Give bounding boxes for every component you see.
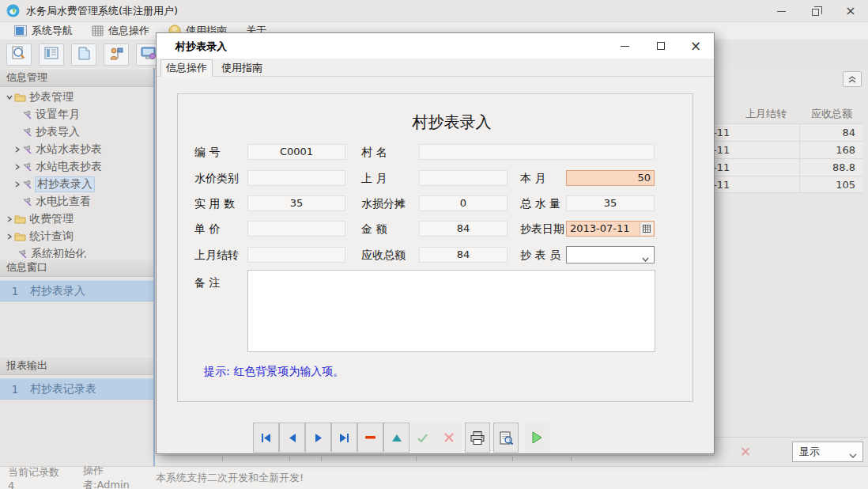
chevron-down-icon[interactable] <box>5 95 14 100</box>
grid-cell-carryover <box>732 176 800 192</box>
sidebar-header-report-output: 报表输出 <box>0 356 153 375</box>
tab-info-operation[interactable]: 信息操作 <box>160 59 213 77</box>
chevron-right-icon[interactable] <box>5 233 14 240</box>
last-month-label: 上 月 <box>361 170 387 186</box>
dialog-titlebar[interactable]: 村抄表录入 × <box>157 33 714 59</box>
item-label: 村抄表录入 <box>30 284 85 298</box>
tree-item-village-meter-entry[interactable]: 村抄表录入 <box>0 176 153 193</box>
grid-cell-total: 84 <box>800 127 862 138</box>
last-month-field[interactable] <box>419 170 508 186</box>
tree-label: 水站电表抄表 <box>36 160 102 174</box>
unit-price-field[interactable] <box>247 221 345 237</box>
panel-icon <box>14 25 27 36</box>
print-preview-button[interactable] <box>493 423 519 453</box>
cancel-x-icon[interactable]: ✕ <box>740 444 751 460</box>
chevron-right-icon[interactable] <box>13 181 22 188</box>
amount-field[interactable]: 84 <box>419 221 508 237</box>
dialog-close-button[interactable]: × <box>681 33 710 59</box>
info-window-item[interactable]: 1 村抄表录入 <box>0 280 153 301</box>
chevron-right-icon[interactable] <box>13 164 22 170</box>
water-loss-field[interactable]: 0 <box>419 195 508 211</box>
cancel-record-button[interactable] <box>436 423 462 453</box>
grid-header-carryover: 上月结转 <box>713 107 800 121</box>
prior-record-button[interactable] <box>279 423 305 453</box>
delete-record-button[interactable] <box>357 423 383 453</box>
grid-cell-date: -11 <box>713 127 732 138</box>
grid-row[interactable]: -11 88.8 <box>713 158 863 176</box>
actual-usage-label: 实 用 数 <box>194 195 235 211</box>
execute-button[interactable] <box>524 423 549 453</box>
dialog-maximize-button[interactable] <box>647 33 675 59</box>
collapse-panel-button[interactable] <box>843 71 862 87</box>
this-month-input[interactable]: 50 <box>566 170 655 186</box>
folder-icon <box>14 214 26 224</box>
print-button[interactable] <box>465 423 490 453</box>
monitor-view-icon <box>141 47 157 63</box>
grid-row[interactable]: -11 168 <box>713 141 863 158</box>
tree-item-station-water-meter[interactable]: 水站水表抄表 <box>0 141 153 158</box>
toolbar-user-tasks-button[interactable] <box>104 44 129 66</box>
tab-user-guide[interactable]: 使用指南 <box>216 59 268 77</box>
tree-label: 统计查询 <box>29 229 74 244</box>
tool-icon <box>22 162 32 172</box>
info-panel-icon <box>44 47 58 62</box>
first-record-icon <box>261 434 271 442</box>
tool-icon <box>22 127 32 137</box>
restore-icon <box>812 9 819 16</box>
tree-item-meter-management[interactable]: 抄表管理 <box>0 89 153 106</box>
reading-date-input[interactable]: 2013-07-11 <box>566 221 655 237</box>
tree-item-set-year-month[interactable]: 设置年月 <box>0 106 153 123</box>
grid-cell-carryover <box>732 159 800 176</box>
status-record-count: 当前记录数 4 <box>0 465 75 489</box>
display-mode-select[interactable]: 显示 <box>792 442 863 462</box>
date-picker-button[interactable] <box>640 222 653 235</box>
grid-cell-date: -11 <box>713 144 732 156</box>
menu-system-navigation[interactable]: 系统导航 <box>5 22 82 40</box>
village-field[interactable] <box>419 144 655 160</box>
remarks-textarea[interactable] <box>247 270 655 352</box>
item-label: 村抄表记录表 <box>30 382 96 396</box>
next-record-button[interactable] <box>305 423 331 453</box>
toolbar-info-panel-button[interactable] <box>39 44 64 66</box>
code-field[interactable]: C0001 <box>247 144 345 160</box>
item-index: 1 <box>0 285 30 298</box>
menu-info-operation[interactable]: 信息操作 <box>82 22 159 40</box>
reader-label: 抄 表 员 <box>520 247 560 263</box>
edit-record-button[interactable] <box>383 423 409 453</box>
tree-item-statistics-query[interactable]: 统计查询 <box>0 228 153 245</box>
tree-item-meter-import[interactable]: 抄表导入 <box>0 123 153 141</box>
actual-usage-field[interactable]: 35 <box>247 195 345 211</box>
minimize-button[interactable] <box>764 0 798 22</box>
first-record-button[interactable] <box>253 423 279 453</box>
tree-item-water-electric-ratio[interactable]: 水电比查看 <box>0 193 153 210</box>
close-icon: × <box>845 5 855 17</box>
grid-footer-strip <box>156 455 715 466</box>
section-title: 信息窗口 <box>6 260 47 275</box>
chevron-right-icon[interactable] <box>5 216 14 222</box>
close-button[interactable]: × <box>833 0 868 22</box>
carryover-field[interactable] <box>247 247 345 263</box>
tree-label: 水电比查看 <box>36 195 91 209</box>
total-due-field[interactable]: 84 <box>419 247 508 263</box>
tree-item-fee-management[interactable]: 收费管理 <box>0 210 153 228</box>
price-type-field[interactable] <box>247 170 345 186</box>
reader-select[interactable] <box>566 246 655 263</box>
tree-item-station-electric-meter[interactable]: 水站电表抄表 <box>0 158 153 176</box>
total-water-field[interactable]: 35 <box>566 195 655 211</box>
grid-row[interactable]: -11 84 <box>713 123 863 141</box>
tool-icon <box>22 180 32 189</box>
restore-button[interactable] <box>798 0 833 22</box>
grid-row[interactable]: -11 105 <box>713 176 863 193</box>
report-output-item[interactable]: 1 村抄表记录表 <box>0 378 153 400</box>
chevron-right-icon[interactable] <box>13 146 22 153</box>
toolbar-document-button[interactable] <box>71 44 96 66</box>
toolbar-search-document-button[interactable] <box>6 44 32 66</box>
sidebar: 信息管理 抄表管理 设置年月 抄表导入 水站水表抄表 <box>0 68 155 466</box>
calendar-icon <box>643 225 651 233</box>
main-titlebar: 水务局水费管理系统(非注册用户) × <box>0 0 868 22</box>
post-record-button[interactable] <box>409 423 436 453</box>
dialog-minimize-button[interactable] <box>610 33 639 59</box>
grid-cell-date: -11 <box>713 161 732 173</box>
last-record-button[interactable] <box>331 423 357 453</box>
menu-label: 系统导航 <box>32 24 73 38</box>
